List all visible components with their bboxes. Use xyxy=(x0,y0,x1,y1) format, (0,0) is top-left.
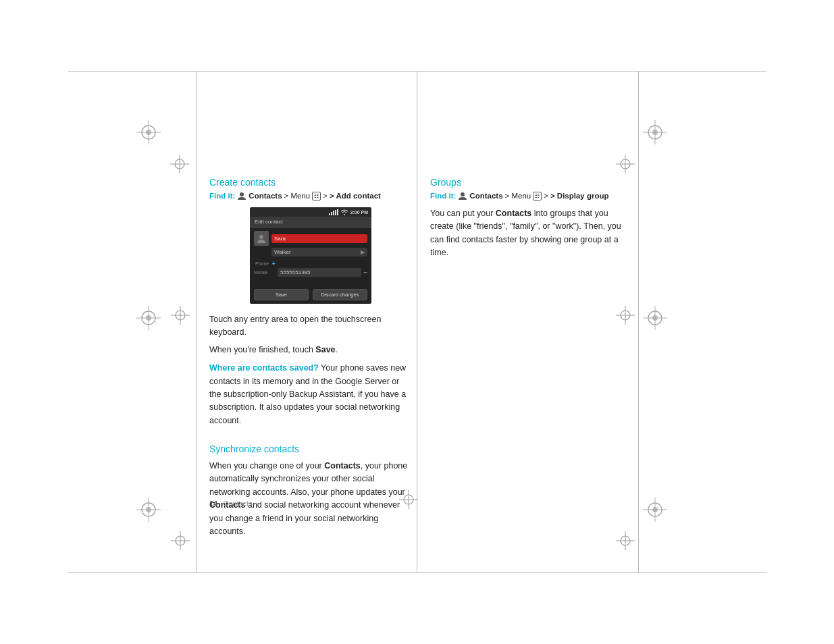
reg-mark-mr1 xyxy=(643,306,667,330)
groups-action: > Display group xyxy=(550,192,609,200)
svg-point-51 xyxy=(259,235,263,239)
groups-findit-label: Find it: xyxy=(430,192,456,200)
create-contacts-section: Create contacts Find it: Contacts > Menu… xyxy=(209,177,412,427)
avatar-placeholder xyxy=(254,231,269,246)
button-row: Save Discard changes xyxy=(254,289,367,300)
last-name-field: Walker ▶ xyxy=(271,248,367,257)
phone-label-row: Phone + xyxy=(254,259,367,268)
divider-bottom xyxy=(68,572,766,573)
divider-right xyxy=(638,71,639,572)
where-are-contacts-highlight: Where are contacts saved? xyxy=(209,363,319,373)
reg-mark-bl2 xyxy=(171,531,190,550)
avatar-row: Sara xyxy=(254,231,367,246)
reg-mark-ml2 xyxy=(171,306,190,325)
left-column: Create contacts Find it: Contacts > Menu… xyxy=(209,177,412,538)
mobile-label: Mobile xyxy=(254,270,276,275)
menu-icon: ☷ xyxy=(312,192,321,200)
create-body-2: When you're finished, touch Save. xyxy=(209,344,412,356)
phone-number-field: 5555552385 xyxy=(278,268,361,277)
page-number-area: 14 Contacts xyxy=(209,500,253,508)
create-body-1: Touch any entry area to open the touchsc… xyxy=(209,313,412,340)
reg-mark-tr2 xyxy=(616,155,635,173)
reg-mark-br2 xyxy=(616,531,635,550)
contacts-person-icon xyxy=(237,191,246,200)
reg-mark-tl1 xyxy=(136,120,161,144)
last-name-row: Walker ▶ xyxy=(271,248,367,257)
reg-mark-ml1 xyxy=(136,306,161,330)
discard-button[interactable]: Discard changes xyxy=(313,289,367,300)
findit-contacts-text: Contacts xyxy=(249,192,282,200)
groups-body: You can put your Contacts into groups th… xyxy=(430,207,633,260)
create-body-3: Where are contacts saved? Your phone sav… xyxy=(209,362,412,427)
phone-plus-icon: + xyxy=(271,260,276,267)
findit-label: Find it: xyxy=(209,192,235,200)
synchronize-section: Synchronize contacts When you change one… xyxy=(209,444,412,538)
phone-screenshot: 3:00 PM Edit contact Sara xyxy=(250,207,371,304)
status-bar-title xyxy=(250,210,371,215)
reg-mark-tl2 xyxy=(170,155,189,173)
create-contacts-findit: Find it: Contacts > Menu ☷ > > Add conta… xyxy=(209,191,412,200)
groups-section: Groups Find it: Contacts > Menu ☷ > > Di… xyxy=(430,177,633,260)
right-column: Groups Find it: Contacts > Menu ☷ > > Di… xyxy=(430,177,633,260)
findit-action: > Add contact xyxy=(330,192,381,200)
edit-contact-header: Edit contact xyxy=(250,217,371,227)
add-fields-hint xyxy=(254,279,367,288)
groups-findit: Find it: Contacts > Menu ☷ > > Display g… xyxy=(430,191,633,200)
page-label: Contacts xyxy=(223,500,252,508)
synchronize-title: Synchronize contacts xyxy=(209,444,412,454)
groups-contacts-text: Contacts xyxy=(469,192,502,200)
findit-gt1: > Menu xyxy=(284,192,311,200)
groups-gt2: > xyxy=(544,192,548,200)
groups-title: Groups xyxy=(430,177,633,188)
page-num: 14 xyxy=(209,500,217,508)
reg-mark-br1 xyxy=(643,498,667,522)
reg-mark-tr1 xyxy=(643,120,667,144)
findit-gt2: > xyxy=(323,192,328,200)
svg-point-45 xyxy=(240,192,244,196)
save-button[interactable]: Save xyxy=(254,289,309,300)
status-bar: 3:00 PM xyxy=(250,207,371,217)
divider-left xyxy=(196,71,197,572)
reg-mark-mr2 xyxy=(616,306,635,325)
arrow-icon: ▶ xyxy=(361,249,365,255)
groups-gt1: > Menu xyxy=(505,192,531,200)
create-contacts-title: Create contacts xyxy=(209,177,412,188)
mobile-row: Mobile 5555552385 − xyxy=(254,268,367,277)
groups-person-icon xyxy=(458,191,467,200)
groups-menu-icon: ☷ xyxy=(533,192,542,200)
reg-mark-bl1 xyxy=(136,498,161,522)
svg-point-52 xyxy=(461,192,465,196)
contact-form: Sara Walker ▶ Phone + Mobile xyxy=(250,227,371,304)
mobile-minus-icon: − xyxy=(363,269,367,276)
first-name-field: Sara xyxy=(271,234,367,243)
